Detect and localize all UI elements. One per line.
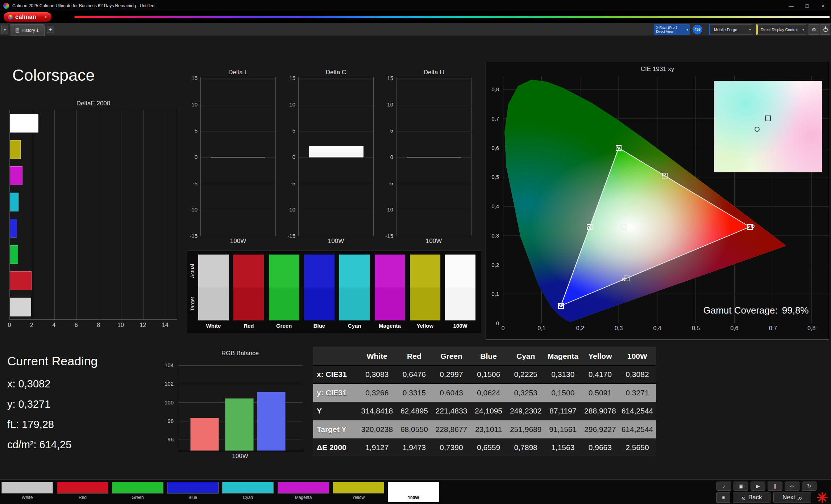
table-cell: 0,1500 bbox=[544, 384, 582, 402]
patch-label: Red bbox=[57, 495, 108, 500]
cie-xticks: 00,10,20,30,40,50,60,70,8 bbox=[503, 325, 829, 332]
deltae-bar-magenta bbox=[10, 166, 22, 185]
delta-ytick: -15 bbox=[287, 233, 295, 239]
table-row-label: x: CIE31 bbox=[313, 366, 358, 384]
patch-label: White bbox=[1, 495, 53, 500]
current-reading-title: Current Reading bbox=[7, 354, 97, 368]
swatch-column-white: White bbox=[198, 255, 229, 320]
patch-button-cyan[interactable]: Cyan bbox=[222, 482, 274, 502]
pattern-source-button[interactable]: Mobile Forge ▼ bbox=[709, 24, 753, 35]
next-button[interactable]: Next » bbox=[773, 492, 811, 503]
zero-line bbox=[407, 157, 461, 158]
deltae-chart-title: DeltaE 2000 bbox=[9, 100, 177, 107]
target-swatch-blue bbox=[304, 287, 335, 320]
gamut-coverage-label: Gamut Coverage: bbox=[703, 305, 778, 316]
delta-h-title: Delta H bbox=[396, 69, 471, 76]
calman-logo-icon bbox=[8, 15, 13, 20]
cie-xtick: 0,6 bbox=[730, 325, 738, 332]
power-icon bbox=[823, 28, 828, 32]
window-controls: — □ × bbox=[783, 0, 831, 11]
actual-swatch-white bbox=[198, 255, 229, 287]
stop-button[interactable]: ■ bbox=[716, 492, 730, 503]
delta-ytick: -5 bbox=[193, 180, 198, 186]
cie-xtick: 0,4 bbox=[653, 325, 661, 332]
continuous-button[interactable]: ∞ bbox=[785, 482, 799, 491]
cie-ytick: 0,4 bbox=[491, 203, 499, 209]
play-button[interactable]: ▶ bbox=[751, 482, 765, 491]
calman-window: Calman 2025 Calman Ultimate for Business… bbox=[0, 0, 831, 504]
swatch-label: White bbox=[198, 323, 229, 329]
window-title: Calman 2025 Calman Ultimate for Business… bbox=[12, 3, 154, 8]
cie-ytick: 0 bbox=[496, 320, 499, 326]
actual-swatch-red bbox=[233, 255, 264, 287]
table-header-cell: 100W bbox=[619, 347, 656, 365]
patch-label: Magenta bbox=[278, 495, 329, 500]
add-tab-button[interactable]: + bbox=[47, 26, 54, 33]
deltae-xtick: 2 bbox=[30, 322, 33, 328]
close-button[interactable]: × bbox=[815, 0, 831, 11]
patch-button-blue[interactable]: Blue bbox=[167, 482, 219, 502]
target-row-label: Target bbox=[189, 287, 196, 320]
delta_h-yticks: 151050-5-10-15 bbox=[379, 77, 395, 236]
actual-swatch-yellow bbox=[410, 255, 440, 287]
deltae-row bbox=[10, 242, 177, 268]
patch-color bbox=[57, 482, 108, 494]
calman-menu-button[interactable]: calman ▼ bbox=[4, 12, 51, 22]
delta-c-xlabel: 100W bbox=[298, 238, 374, 245]
patch-button-red[interactable]: Red bbox=[57, 482, 108, 502]
table-header-cell: Green bbox=[433, 347, 470, 365]
cie-xtick: 0,1 bbox=[537, 325, 545, 332]
rgb-ytick: 104 bbox=[165, 362, 174, 368]
delta-l-xlabel: 100W bbox=[200, 238, 276, 245]
table-row: Target Y320,023868,0550228,867723,101125… bbox=[313, 420, 656, 439]
swatch-panel: Actual Target WhiteRedGreenBlueCyanMagen… bbox=[187, 251, 481, 333]
table-cell: 296,9227 bbox=[582, 420, 619, 438]
tab-scroll-button[interactable]: ▶ bbox=[1, 25, 8, 34]
back-button[interactable]: « Back bbox=[733, 492, 770, 503]
tab-history-1[interactable]: History 1 bbox=[10, 24, 45, 36]
table-header-cell: White bbox=[358, 347, 396, 365]
table-cell: 0,9663 bbox=[582, 439, 619, 457]
target-swatch-magenta bbox=[375, 287, 405, 320]
settings-button[interactable]: ⚙ bbox=[809, 24, 819, 35]
patch-button-100w[interactable]: 100W bbox=[388, 482, 439, 502]
deltae-xtick: 10 bbox=[117, 322, 124, 328]
meter-status-icon[interactable] bbox=[816, 491, 828, 504]
table-cell: 68,0550 bbox=[396, 420, 433, 438]
patch-button-green[interactable]: Green bbox=[112, 482, 163, 502]
rgb-ytick: 98 bbox=[167, 418, 174, 424]
gamut-coverage-value: 99,8% bbox=[782, 305, 809, 316]
maximize-button[interactable]: □ bbox=[799, 0, 815, 11]
actual-swatch-cyan bbox=[339, 255, 370, 287]
patch-button-magenta[interactable]: Magenta bbox=[278, 482, 329, 502]
loop-button[interactable]: ↻ bbox=[802, 482, 817, 491]
delta-ytick: 15 bbox=[191, 75, 198, 81]
patch-button-white[interactable]: White bbox=[1, 482, 53, 502]
deltae-bar-100w bbox=[10, 114, 38, 133]
delta-ytick: 5 bbox=[292, 127, 295, 134]
power-button[interactable] bbox=[820, 24, 830, 35]
display-control-button[interactable]: Direct Display Control ▼ bbox=[756, 24, 806, 35]
stop-icon: ■ bbox=[722, 495, 724, 500]
delta-ytick: -10 bbox=[287, 206, 295, 213]
inset-measured-marker bbox=[755, 127, 760, 132]
table-cell: 320,0238 bbox=[358, 420, 396, 438]
chevron-down-icon: ▼ bbox=[749, 28, 751, 31]
capture-button[interactable]: ▣ bbox=[734, 482, 748, 491]
patch-button-yellow[interactable]: Yellow bbox=[333, 482, 384, 502]
reading-x: x: 0,3082 bbox=[7, 378, 50, 390]
titlebar: Calman 2025 Calman Ultimate for Business… bbox=[0, 0, 831, 11]
patch-label: Blue bbox=[167, 495, 219, 500]
meter-button[interactable]: X-Rite i1Pro 3 Direct View ▼ bbox=[654, 24, 690, 35]
chevron-down-icon: ▼ bbox=[41, 16, 47, 19]
deltae-row bbox=[10, 110, 177, 136]
audio-button[interactable]: ♪ bbox=[716, 482, 731, 491]
minimize-button[interactable]: — bbox=[783, 0, 799, 11]
pause-button[interactable]: ∥ bbox=[768, 482, 782, 491]
table-row: ΔE 20001,91271,94730,73900,65590,78981,1… bbox=[313, 439, 656, 457]
chevron-down-icon: ▼ bbox=[686, 28, 689, 32]
deltae-bar-white bbox=[10, 298, 31, 316]
table-row: x: CIE310,30830,64760,29970,15060,22250,… bbox=[313, 366, 656, 384]
table-cell: 0,2997 bbox=[433, 366, 470, 384]
delta_c-yticks: 151050-5-10-15 bbox=[282, 77, 298, 236]
